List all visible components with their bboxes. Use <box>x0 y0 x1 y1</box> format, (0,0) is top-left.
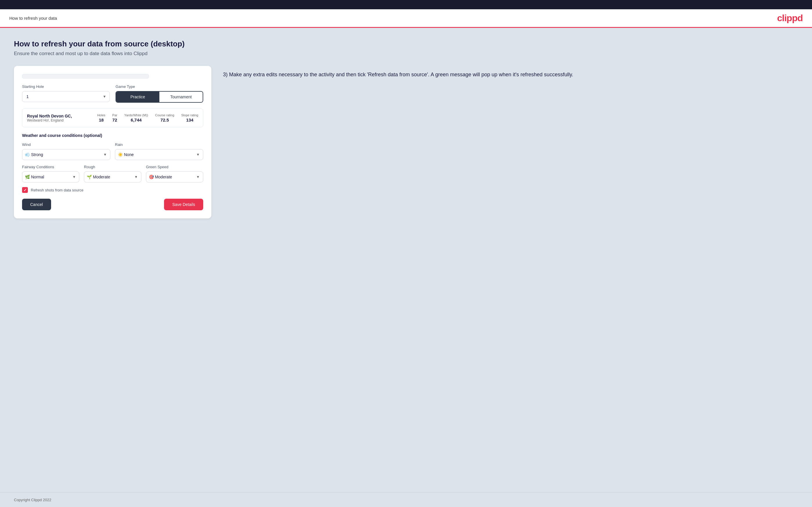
holes-label: Holes <box>97 113 105 117</box>
refresh-checkbox-label: Refresh shots from data source <box>31 188 83 192</box>
side-text-content: 3) Make any extra edits necessary to the… <box>223 70 798 79</box>
game-type-group: Game Type Practice Tournament <box>115 84 203 103</box>
green-speed-group: Green Speed 🎯 Moderate Slow Fast ▼ <box>146 165 203 182</box>
header-title: How to refresh your data <box>9 16 57 20</box>
content-area: Starting Hole 1 10 ▼ Game Type Practice … <box>14 66 798 218</box>
course-stats: Holes 18 Par 72 Yards/White (M)) 6,744 C… <box>97 113 198 122</box>
wind-select-container: 💨 Strong Light None <box>22 149 110 160</box>
save-details-button[interactable]: Save Details <box>164 199 203 210</box>
stat-par: Par 72 <box>112 113 117 122</box>
practice-button[interactable]: Practice <box>116 92 159 102</box>
starting-hole-select-wrapper: 1 10 ▼ <box>22 91 110 102</box>
starting-hole-group: Starting Hole 1 10 ▼ <box>22 84 110 103</box>
green-speed-select-wrapper: 🎯 Moderate Slow Fast ▼ <box>146 171 203 182</box>
conditions-row-1: Wind 💨 Strong Light None ▼ <box>22 143 203 160</box>
starting-hole-label: Starting Hole <box>22 84 110 89</box>
course-card: Royal North Devon GC, Westward Ho!, Engl… <box>22 109 203 127</box>
wind-label: Wind <box>22 143 110 147</box>
conditions-title: Weather and course conditions (optional) <box>22 133 203 138</box>
footer: Copyright Clippd 2022 <box>0 492 812 507</box>
stat-holes: Holes 18 <box>97 113 105 122</box>
wind-select[interactable]: Strong Light None <box>22 149 110 160</box>
rough-select-wrapper: 🌱 Moderate Light Heavy ▼ <box>84 171 141 182</box>
rain-select-container: ☀️ None Light Heavy <box>115 149 203 160</box>
stat-course-rating: Course rating 72.5 <box>155 113 174 122</box>
fairway-select-wrapper: 🌿 Normal Soft Hard ▼ <box>22 171 79 182</box>
yards-label: Yards/White (M)) <box>124 113 148 117</box>
course-info: Royal North Devon GC, Westward Ho!, Engl… <box>27 114 72 122</box>
course-location: Westward Ho!, England <box>27 118 72 122</box>
fairway-group: Fairway Conditions 🌿 Normal Soft Hard ▼ <box>22 165 79 182</box>
par-value: 72 <box>112 117 117 122</box>
stat-slope-rating: Slope rating 134 <box>181 113 198 122</box>
game-type-buttons: Practice Tournament <box>115 91 203 103</box>
rain-select-wrapper: ☀️ None Light Heavy ▼ <box>115 149 203 160</box>
yards-value: 6,744 <box>131 117 142 122</box>
rough-select-container: 🌱 Moderate Light Heavy <box>84 171 141 182</box>
tournament-button[interactable]: Tournament <box>159 92 203 102</box>
slope-rating-label: Slope rating <box>181 113 198 117</box>
rough-select[interactable]: Moderate Light Heavy <box>84 171 141 182</box>
partial-card-top <box>22 74 149 78</box>
top-bar <box>0 0 812 9</box>
side-text-panel: 3) Make any extra edits necessary to the… <box>223 66 798 83</box>
page-heading: How to refresh your data from source (de… <box>14 40 798 48</box>
button-row: Cancel Save Details <box>22 199 203 210</box>
fairway-select-container: 🌿 Normal Soft Hard <box>22 171 79 182</box>
wind-group: Wind 💨 Strong Light None ▼ <box>22 143 110 160</box>
fairway-label: Fairway Conditions <box>22 165 79 169</box>
course-rating-label: Course rating <box>155 113 174 117</box>
green-speed-label: Green Speed <box>146 165 203 169</box>
game-type-label: Game Type <box>115 84 203 89</box>
stat-yards: Yards/White (M)) 6,744 <box>124 113 148 122</box>
refresh-checkbox[interactable] <box>22 187 28 193</box>
form-row-top: Starting Hole 1 10 ▼ Game Type Practice … <box>22 84 203 103</box>
rain-label: Rain <box>115 143 203 147</box>
refresh-checkbox-row[interactable]: Refresh shots from data source <box>22 187 203 193</box>
green-speed-select-container: 🎯 Moderate Slow Fast <box>146 171 203 182</box>
logo: clippd <box>777 13 803 23</box>
fairway-select[interactable]: Normal Soft Hard <box>22 171 79 182</box>
form-card: Starting Hole 1 10 ▼ Game Type Practice … <box>14 66 211 218</box>
holes-value: 18 <box>99 117 104 122</box>
course-name: Royal North Devon GC, <box>27 114 72 118</box>
starting-hole-select[interactable]: 1 10 <box>22 91 110 102</box>
green-speed-select[interactable]: Moderate Slow Fast <box>146 171 203 182</box>
main-content: How to refresh your data from source (de… <box>0 28 812 492</box>
cancel-button[interactable]: Cancel <box>22 199 51 210</box>
rain-select[interactable]: None Light Heavy <box>115 149 203 160</box>
rain-group: Rain ☀️ None Light Heavy ▼ <box>115 143 203 160</box>
rough-group: Rough 🌱 Moderate Light Heavy ▼ <box>84 165 141 182</box>
course-rating-value: 72.5 <box>160 117 169 122</box>
slope-rating-value: 134 <box>186 117 193 122</box>
header: How to refresh your data clippd <box>0 9 812 28</box>
conditions-row-2: Fairway Conditions 🌿 Normal Soft Hard ▼ <box>22 165 203 182</box>
rough-label: Rough <box>84 165 141 169</box>
par-label: Par <box>112 113 117 117</box>
page-subheading: Ensure the correct and most up to date d… <box>14 51 798 57</box>
wind-select-wrapper: 💨 Strong Light None ▼ <box>22 149 110 160</box>
footer-copyright: Copyright Clippd 2022 <box>14 498 51 502</box>
